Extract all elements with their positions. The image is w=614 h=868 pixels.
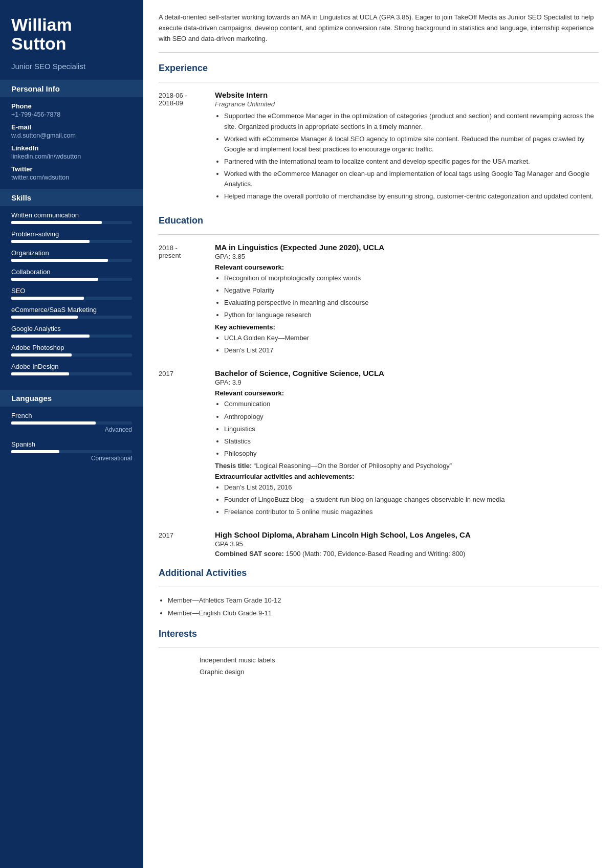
skill-name: Collaboration bbox=[11, 268, 132, 276]
achievements-list: UCLA Golden Key—MemberDean's List 2017 bbox=[215, 333, 599, 355]
language-bar bbox=[11, 450, 132, 453]
extracurricular-list: Dean's List 2015, 2016Founder of LingoBu… bbox=[215, 482, 599, 517]
language-name: Spanish bbox=[11, 440, 132, 448]
experience-detail: Website Intern Fragrance Unlimited Suppo… bbox=[215, 91, 599, 205]
sidebar-name-block: William Sutton bbox=[0, 0, 143, 59]
language-level: Conversational bbox=[11, 455, 132, 462]
language-item: French Advanced bbox=[11, 412, 132, 433]
education-item: 2018 -present MA in Linguistics (Expecte… bbox=[159, 243, 599, 359]
education-date: 2017 bbox=[159, 530, 215, 558]
experience-bullets: Supported the eCommerce Manager in the o… bbox=[215, 111, 599, 202]
skills-content: Written communication Problem-solving Or… bbox=[0, 211, 143, 390]
coursework-list: CommunicationAnthropologyLinguisticsStat… bbox=[215, 399, 599, 459]
interests-divider bbox=[159, 648, 599, 648]
languages-content: French Advanced Spanish Conversational bbox=[0, 412, 143, 477]
main-content: A detail-oriented self-starter working t… bbox=[143, 0, 614, 868]
achievement-item: Dean's List 2017 bbox=[224, 345, 599, 355]
coursework-item: Philosophy bbox=[224, 449, 599, 459]
skill-name: Written communication bbox=[11, 211, 132, 219]
education-date: 2018 -present bbox=[159, 243, 215, 359]
activities-divider bbox=[159, 587, 599, 587]
coursework-item: Python for language research bbox=[224, 310, 599, 320]
twitter-value: twitter.com/wdsutton bbox=[11, 174, 132, 181]
interests-content: Independent music labelsGraphic design bbox=[159, 656, 599, 676]
skill-bar bbox=[11, 372, 132, 375]
skill-bar bbox=[11, 335, 132, 338]
language-level: Advanced bbox=[11, 426, 132, 433]
interest-item: Graphic design bbox=[159, 668, 599, 676]
twitter-label: Twitter bbox=[11, 165, 132, 173]
sidebar: William Sutton Junior SEO Specialist Per… bbox=[0, 0, 143, 868]
gpa: GPA: 3.9 bbox=[215, 379, 599, 386]
coursework-label: Relevant coursework: bbox=[215, 389, 599, 397]
education-detail: MA in Linguistics (Expected June 2020), … bbox=[215, 243, 599, 359]
skill-name: eCommerce/SaaS Marketing bbox=[11, 306, 132, 314]
education-detail: Bachelor of Science, Cognitive Science, … bbox=[215, 369, 599, 520]
education-section-title: Education bbox=[159, 215, 599, 228]
extracurricular-label: Extracurricular activities and achieveme… bbox=[215, 473, 599, 480]
activity-item: Member—Athletics Team Grade 10-12 bbox=[168, 595, 599, 606]
job-title: Junior SEO Specialist bbox=[0, 59, 143, 80]
skill-bar bbox=[11, 316, 132, 319]
coursework-item: Statistics bbox=[224, 436, 599, 447]
experience-date: 2018-06 -2018-09 bbox=[159, 91, 215, 205]
skill-item: Collaboration bbox=[11, 268, 132, 281]
skill-item: Google Analytics bbox=[11, 325, 132, 338]
degree-title: High School Diploma, Abraham Lincoln Hig… bbox=[215, 530, 599, 539]
skill-item: Written communication bbox=[11, 211, 132, 224]
full-name: William Sutton bbox=[11, 15, 132, 54]
language-item: Spanish Conversational bbox=[11, 440, 132, 462]
achievements-label: Key achievements: bbox=[215, 323, 599, 331]
skill-item: Organization bbox=[11, 249, 132, 262]
language-name: French bbox=[11, 412, 132, 419]
extracurricular-item: Dean's List 2015, 2016 bbox=[224, 482, 599, 493]
education-list: 2018 -present MA in Linguistics (Expecte… bbox=[159, 243, 599, 558]
education-item: 2017 Bachelor of Science, Cognitive Scie… bbox=[159, 369, 599, 520]
skill-bar bbox=[11, 353, 132, 357]
skill-name: SEO bbox=[11, 287, 132, 295]
skill-bar bbox=[11, 278, 132, 281]
skill-item: Adobe Photoshop bbox=[11, 344, 132, 357]
degree-title: Bachelor of Science, Cognitive Science, … bbox=[215, 369, 599, 377]
linkedin-label: LinkedIn bbox=[11, 144, 132, 152]
education-divider bbox=[159, 234, 599, 235]
company-name: Fragrance Unlimited bbox=[215, 100, 599, 108]
extracurricular-item: Founder of LingoBuzz blog—a student-run … bbox=[224, 495, 599, 505]
languages-heading: Languages bbox=[0, 390, 143, 407]
language-bar bbox=[11, 421, 132, 425]
skill-item: Adobe InDesign bbox=[11, 363, 132, 375]
gpa: GPA: 3.85 bbox=[215, 253, 599, 260]
skill-name: Adobe InDesign bbox=[11, 363, 132, 370]
email-value: w.d.sutton@gmail.com bbox=[11, 132, 132, 139]
activity-item: Member—English Club Grade 9-11 bbox=[168, 608, 599, 618]
coursework-label: Relevant coursework: bbox=[215, 263, 599, 271]
skill-name: Adobe Photoshop bbox=[11, 344, 132, 351]
skills-heading: Skills bbox=[0, 189, 143, 206]
summary: A detail-oriented self-starter working t… bbox=[159, 12, 599, 53]
interests-section-title: Interests bbox=[159, 629, 599, 641]
skill-name: Google Analytics bbox=[11, 325, 132, 332]
phone-label: Phone bbox=[11, 102, 132, 110]
email-label: E-mail bbox=[11, 123, 132, 131]
personal-info-content: Phone +1-799-456-7878 E-mail w.d.sutton@… bbox=[0, 102, 143, 189]
bullet: Worked with eCommerce Manager & local SE… bbox=[224, 134, 599, 154]
education-item: 2017 High School Diploma, Abraham Lincol… bbox=[159, 530, 599, 558]
skill-bar bbox=[11, 297, 132, 300]
coursework-list: Recognition of morphologically complex w… bbox=[215, 273, 599, 321]
extracurricular-item: Freelance contributor to 5 online music … bbox=[224, 507, 599, 517]
bullet: Helped manage the overall portfolio of m… bbox=[224, 191, 599, 202]
job-title: Website Intern bbox=[215, 91, 599, 99]
education-detail: High School Diploma, Abraham Lincoln Hig… bbox=[215, 530, 599, 558]
activities-list: Member—Athletics Team Grade 10-12Member—… bbox=[159, 595, 599, 618]
bullet: Worked with the eCommerce Manager on cle… bbox=[224, 169, 599, 189]
education-date: 2017 bbox=[159, 369, 215, 520]
experience-divider bbox=[159, 82, 599, 82]
activities-content: Member—Athletics Team Grade 10-12Member—… bbox=[159, 595, 599, 618]
skill-item: eCommerce/SaaS Marketing bbox=[11, 306, 132, 319]
degree-title: MA in Linguistics (Expected June 2020), … bbox=[215, 243, 599, 252]
phone-value: +1-799-456-7878 bbox=[11, 111, 132, 118]
coursework-item: Recognition of morphologically complex w… bbox=[224, 273, 599, 283]
skill-item: Problem-solving bbox=[11, 230, 132, 243]
skill-bar bbox=[11, 221, 132, 224]
activities-section-title: Additional Activities bbox=[159, 568, 599, 581]
